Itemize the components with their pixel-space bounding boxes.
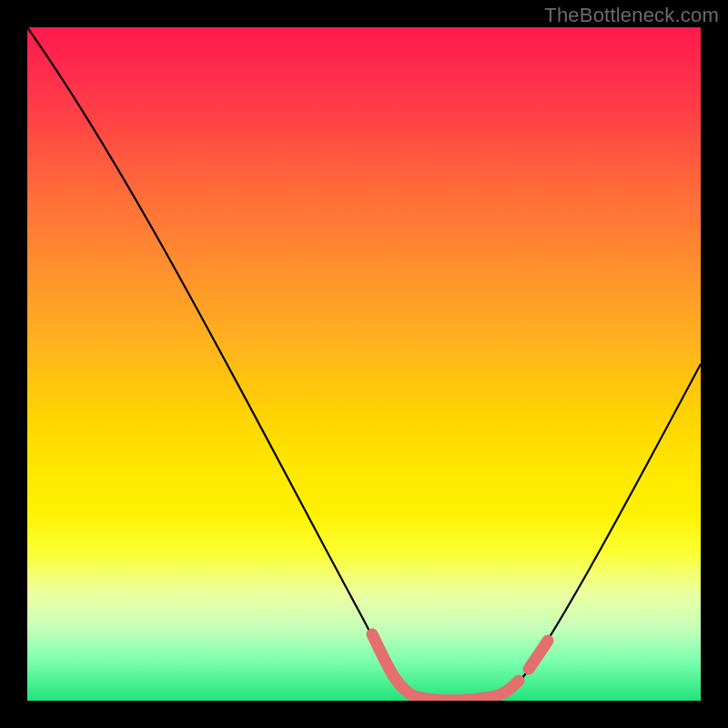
bottleneck-curve-svg [27, 27, 701, 701]
plot-area [27, 27, 701, 701]
tolerance-band-main [372, 634, 519, 701]
chart-frame: TheBottleneck.com [0, 0, 728, 728]
bottleneck-curve-path [27, 27, 701, 701]
watermark-text: TheBottleneck.com [544, 4, 719, 27]
tolerance-band-right [529, 641, 548, 669]
